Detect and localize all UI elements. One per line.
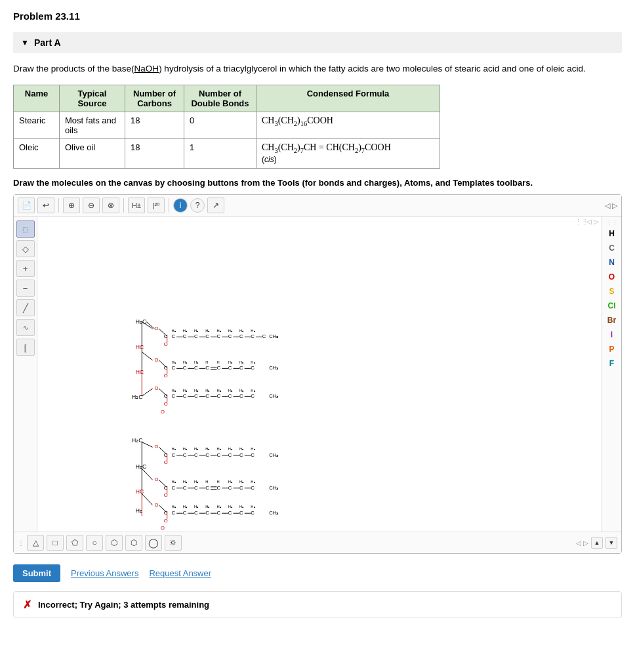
- svg-text:C: C: [205, 333, 209, 339]
- h-display-button[interactable]: H±: [128, 198, 145, 213]
- large-circle-shape[interactable]: ◯: [145, 535, 162, 551]
- template-shape[interactable]: ⛭: [165, 535, 182, 551]
- hexagon-open-shape[interactable]: ⬡: [106, 535, 123, 551]
- hexagon-shape[interactable]: ⬡: [125, 535, 142, 551]
- svg-text:H₂: H₂: [171, 505, 176, 509]
- atom-P[interactable]: P: [605, 343, 619, 356]
- svg-text:O: O: [164, 459, 168, 465]
- svg-text:C: C: [183, 333, 187, 339]
- atom-Cl[interactable]: Cl: [605, 299, 619, 312]
- table-row: Oleic Olive oil 18 1 CH3(CH2)7CH = CH(CH…: [14, 139, 440, 169]
- atom-C[interactable]: C: [605, 242, 619, 255]
- svg-text:H₂: H₂: [228, 480, 233, 484]
- bracket-tool[interactable]: [: [16, 339, 35, 356]
- svg-text:C: C: [228, 452, 232, 458]
- svg-text:C: C: [217, 365, 221, 371]
- collapse-arrow[interactable]: ▼: [21, 38, 29, 47]
- help-button[interactable]: ?: [190, 198, 205, 213]
- new-button[interactable]: 📄: [18, 198, 35, 213]
- expand-button[interactable]: ↗: [207, 198, 224, 213]
- svg-text:H₂C: H₂C: [132, 394, 142, 400]
- svg-text:H₂: H₂: [183, 480, 188, 484]
- atom-N[interactable]: N: [605, 256, 619, 269]
- pentagon-shape[interactable]: ⬠: [66, 535, 83, 551]
- svg-text:H₂: H₂: [205, 388, 210, 392]
- svg-text:H₂: H₂: [217, 388, 222, 392]
- svg-text:H₂: H₂: [205, 505, 210, 509]
- svg-text:H₂: H₂: [183, 388, 188, 392]
- svg-text:H: H: [217, 480, 220, 484]
- table-row: Stearic Most fats and oils 18 0 CH3(CH2)…: [14, 112, 440, 139]
- submit-button[interactable]: Submit: [13, 564, 60, 582]
- bond-tool[interactable]: ╱: [16, 299, 35, 316]
- svg-text:C: C: [205, 510, 209, 516]
- atom-H[interactable]: H: [605, 227, 619, 240]
- svg-text:C: C: [228, 510, 232, 516]
- undo-button[interactable]: ↩: [37, 198, 54, 213]
- erase-tool[interactable]: ◇: [16, 240, 35, 257]
- small-circle-shape[interactable]: ○: [86, 535, 103, 551]
- svg-text:H₂: H₂: [239, 480, 244, 484]
- svg-text:H₂: H₂: [228, 329, 233, 333]
- right-top-indicator: ⋮⋮: [606, 219, 618, 226]
- svg-text:C: C: [228, 365, 232, 371]
- svg-text:H₂: H₂: [171, 480, 176, 484]
- drawing-area[interactable]: ◁ ▷ ⋮⋮ HC HC O C O: [37, 217, 602, 532]
- svg-text:H₂: H₂: [228, 505, 233, 509]
- select-tool[interactable]: ⬚: [16, 220, 35, 238]
- add-tool[interactable]: +: [16, 260, 35, 277]
- part-label: Part A: [34, 37, 61, 48]
- svg-text:H₂: H₂: [217, 505, 222, 509]
- zoom-out-button[interactable]: ⊖: [83, 198, 100, 213]
- svg-text:O: O: [164, 401, 168, 407]
- triangle-shape[interactable]: △: [27, 535, 44, 551]
- svg-text:CH₃: CH₃: [269, 452, 278, 458]
- question-text: Draw the products of the base(NaOH) hydr…: [13, 62, 622, 75]
- bottom-right-controls: ◁ ▷ ▲ ▼: [576, 537, 617, 549]
- atom-F[interactable]: F: [605, 357, 619, 370]
- svg-text:O: O: [154, 357, 158, 363]
- info-button[interactable]: i: [173, 198, 188, 213]
- svg-text:C: C: [194, 485, 198, 491]
- request-answer-button[interactable]: Request Answer: [149, 568, 211, 578]
- col-header-carbons: Number of Carbons: [125, 85, 184, 112]
- svg-text:O: O: [164, 518, 168, 524]
- atom-O[interactable]: O: [605, 270, 619, 284]
- svg-text:C: C: [217, 452, 221, 458]
- svg-text:C: C: [194, 333, 198, 339]
- svg-text:O: O: [164, 492, 168, 498]
- atom-I[interactable]: I: [605, 328, 619, 341]
- oleic-name: Oleic: [14, 139, 60, 169]
- chain-tool[interactable]: ∿: [16, 319, 35, 336]
- svg-text:O: O: [154, 502, 158, 508]
- stearic-carbons: 18: [125, 112, 184, 139]
- atom-Br[interactable]: Br: [605, 314, 619, 327]
- canvas-body: ⬚ ◇ + − ╱ ∿ [ ◁ ▷ ⋮⋮ HC HC: [14, 217, 621, 532]
- svg-text:C: C: [194, 510, 198, 516]
- svg-text:C: C: [194, 394, 198, 400]
- zoom-fit-button[interactable]: ⊗: [102, 198, 119, 213]
- svg-text:O: O: [154, 476, 158, 482]
- bottom-down-btn[interactable]: ▼: [605, 537, 617, 549]
- bottom-up-btn[interactable]: ▲: [591, 537, 603, 549]
- svg-text:CH₃: CH₃: [269, 394, 278, 400]
- zoom-in-button[interactable]: ⊕: [63, 198, 80, 213]
- svg-text:H: H: [217, 360, 220, 364]
- square-shape[interactable]: □: [47, 535, 64, 551]
- atom-S[interactable]: S: [605, 285, 619, 298]
- svg-text:C: C: [251, 452, 255, 458]
- svg-text:C: C: [251, 365, 255, 371]
- svg-text:H₂: H₂: [251, 360, 255, 364]
- svg-text:H₂: H₂: [239, 329, 244, 333]
- svg-text:O: O: [164, 373, 168, 379]
- subtract-tool[interactable]: −: [16, 280, 35, 297]
- oleic-carbons: 18: [125, 139, 184, 169]
- svg-text:H₂C: H₂C: [136, 463, 146, 470]
- col-header-formula: Condensed Formula: [256, 85, 440, 112]
- 20-display-button[interactable]: |²⁰: [148, 198, 165, 213]
- svg-text:H₂: H₂: [251, 505, 255, 509]
- svg-text:H₂: H₂: [194, 447, 199, 451]
- stearic-source: Most fats and oils: [60, 112, 125, 139]
- bottom-left-indicator: ⋮: [18, 539, 24, 547]
- previous-answers-button[interactable]: Previous Answers: [71, 568, 138, 578]
